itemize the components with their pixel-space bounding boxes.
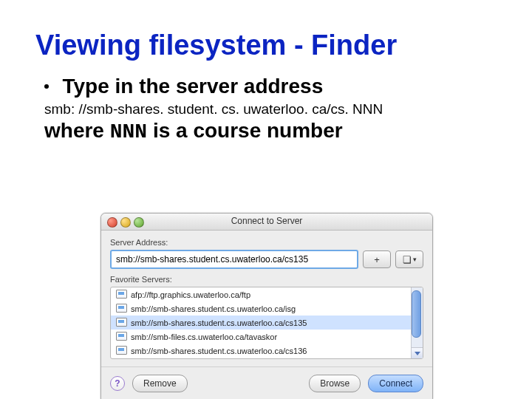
- bullet-icon: [44, 84, 49, 89]
- dialog-titlebar[interactable]: Connect to Server: [101, 214, 432, 231]
- history-button[interactable]: ❏▾: [395, 250, 423, 268]
- where-suffix: is a course number: [147, 119, 343, 142]
- chevron-down-icon: ▾: [413, 256, 417, 263]
- list-item-label: smb://smb-files.cs.uwaterloo.ca/tavaskor: [131, 332, 277, 341]
- slide-title: Viewing filesystem - Finder: [35, 30, 532, 61]
- list-item[interactable]: smb://smb-files.cs.uwaterloo.ca/tavaskor: [111, 330, 412, 344]
- list-item-label: smb://smb-shares.student.cs.uwaterloo.ca…: [131, 318, 307, 327]
- list-item[interactable]: smb://smb-shares.student.cs.uwaterloo.ca…: [111, 301, 412, 316]
- bullet-row: Type in the server address: [44, 75, 532, 98]
- server-icon: [115, 304, 126, 314]
- remove-button[interactable]: Remove: [132, 375, 188, 392]
- scrollbar-thumb[interactable]: [412, 290, 421, 338]
- where-nnn: NNN: [110, 120, 147, 143]
- server-address-label: Server Address:: [110, 238, 423, 247]
- clock-icon: ❏: [403, 254, 412, 265]
- help-button[interactable]: ?: [110, 376, 125, 391]
- list-item[interactable]: smb://smb-shares.student.cs.uwaterloo.ca…: [111, 316, 412, 330]
- divider: [101, 366, 432, 367]
- favorites-listbox: afp://ftp.graphics.uwaterloo.ca/ftpsmb:/…: [110, 287, 423, 359]
- server-address-input[interactable]: [110, 250, 358, 269]
- where-line: where NNN is a course number: [44, 119, 532, 143]
- connect-to-server-dialog: Connect to Server Server Address: + ❏▾ F…: [100, 213, 433, 399]
- where-prefix: where: [44, 119, 110, 142]
- favorites-label: Favorite Servers:: [110, 275, 423, 284]
- add-favorite-button[interactable]: +: [363, 250, 391, 268]
- scrollbar[interactable]: [411, 287, 423, 358]
- dialog-title: Connect to Server: [101, 216, 432, 226]
- bullet-text: Type in the server address: [62, 75, 323, 98]
- server-icon: [115, 346, 126, 356]
- server-address-example: smb: //smb-shares. student. cs. uwaterlo…: [44, 101, 532, 117]
- list-item-label: smb://smb-shares.student.cs.uwaterloo.ca…: [131, 347, 307, 355]
- favorites-list[interactable]: afp://ftp.graphics.uwaterloo.ca/ftpsmb:/…: [111, 287, 412, 358]
- scrollbar-down-button[interactable]: [412, 347, 423, 358]
- list-item-label: smb://smb-shares.student.cs.uwaterloo.ca…: [131, 304, 296, 313]
- browse-button[interactable]: Browse: [309, 375, 361, 392]
- connect-button[interactable]: Connect: [368, 375, 423, 392]
- list-item[interactable]: afp://ftp.graphics.uwaterloo.ca/ftp: [111, 287, 412, 301]
- list-item-label: afp://ftp.graphics.uwaterloo.ca/ftp: [131, 290, 250, 299]
- server-icon: [115, 290, 126, 300]
- list-item[interactable]: smb://smb-shares.student.cs.uwaterloo.ca…: [111, 344, 412, 358]
- server-icon: [115, 318, 126, 328]
- chevron-down-icon: [415, 352, 420, 355]
- server-icon: [115, 332, 126, 342]
